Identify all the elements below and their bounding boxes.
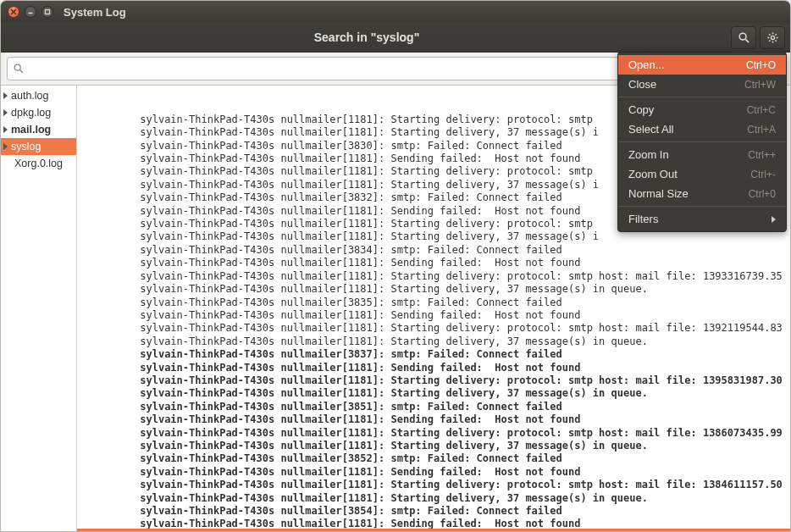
log-line: sylvain-ThinkPad-T430s nullmailer[1181]:… (79, 322, 788, 335)
log-line: sylvain-ThinkPad-T430s nullmailer[1181]:… (79, 362, 788, 374)
menu-item-copy[interactable]: CopyCtrl+C (618, 100, 786, 119)
gear-icon (766, 31, 779, 44)
sidebar-item-label: mail.log (11, 124, 51, 136)
log-line: sylvain-ThinkPad-T430s nullmailer[1181]:… (79, 283, 788, 296)
menu-separator (618, 206, 786, 207)
maximize-icon (44, 8, 51, 15)
sidebar-item-dpkg-log[interactable]: dpkg.log (1, 104, 76, 121)
menu-item-label: Select All (628, 123, 673, 136)
menu-item-accelerator: Ctrl+C (747, 104, 776, 116)
log-line: sylvain-ThinkPad-T430s nullmailer[1181]:… (79, 335, 788, 348)
menu-item-accelerator: Ctrl+O (746, 59, 776, 71)
expand-icon (3, 143, 8, 150)
sidebar-item-Xorg-0-log[interactable]: Xorg.0.log (1, 155, 76, 172)
minimize-window-button[interactable] (25, 6, 36, 18)
svg-line-11 (769, 40, 770, 41)
log-file-sidebar: auth.logdpkg.logmail.logsyslogXorg.0.log (1, 86, 77, 531)
svg-rect-0 (46, 10, 50, 14)
menu-item-close[interactable]: CloseCtrl+W (618, 75, 786, 94)
search-button[interactable] (731, 26, 756, 49)
menu-item-zoom-in[interactable]: Zoom InCtrl++ (618, 145, 786, 164)
menu-item-open[interactable]: Open...Ctrl+O (618, 55, 786, 75)
titlebar: System Log (1, 1, 790, 23)
sidebar-item-auth-log[interactable]: auth.log (1, 87, 76, 104)
menu-separator (618, 141, 786, 142)
expand-icon (3, 109, 8, 116)
menu-item-filters[interactable]: Filters (618, 209, 786, 229)
sidebar-item-label: auth.log (11, 90, 48, 102)
log-line: sylvain-ThinkPad-T430s nullmailer[3854]:… (79, 505, 788, 518)
minimize-icon (27, 8, 34, 15)
toolbar: Search in "syslog" (1, 23, 790, 53)
settings-button[interactable] (760, 26, 785, 49)
sidebar-item-label: syslog (11, 141, 41, 152)
svg-line-13 (20, 70, 23, 73)
log-line: sylvain-ThinkPad-T430s nullmailer[3835]:… (79, 296, 788, 309)
submenu-arrow-icon (772, 216, 776, 223)
window-controls (8, 6, 53, 18)
expand-icon (3, 126, 8, 133)
menu-item-accelerator: Ctrl+W (744, 79, 776, 91)
svg-line-2 (745, 39, 749, 42)
close-icon (10, 8, 17, 15)
menu-item-accelerator: Ctrl+A (747, 124, 776, 136)
log-line: sylvain-ThinkPad-T430s nullmailer[1181]:… (79, 479, 788, 491)
log-line: sylvain-ThinkPad-T430s nullmailer[1181]:… (79, 257, 788, 269)
svg-line-10 (775, 34, 776, 35)
menu-item-normal-size[interactable]: Normal SizeCtrl+0 (618, 184, 786, 203)
sidebar-item-label: dpkg.log (11, 107, 51, 119)
log-line: sylvain-ThinkPad-T430s nullmailer[3834]:… (79, 244, 788, 257)
toolbar-title: Search in "syslog" (6, 30, 727, 44)
svg-line-8 (769, 34, 770, 35)
log-line: sylvain-ThinkPad-T430s nullmailer[1181]:… (79, 230, 788, 243)
app-window: System Log Search in "syslog" auth.logdp… (0, 0, 791, 532)
search-icon (13, 63, 25, 75)
svg-point-3 (771, 36, 774, 39)
selection-indicator-bar (77, 529, 790, 531)
menu-item-label: Zoom In (628, 148, 669, 161)
menu-item-zoom-out[interactable]: Zoom OutCtrl+- (618, 164, 786, 184)
menu-item-select-all[interactable]: Select AllCtrl+A (618, 119, 786, 139)
menu-item-accelerator: Ctrl+0 (749, 188, 776, 200)
log-line: sylvain-ThinkPad-T430s nullmailer[1181]:… (79, 270, 788, 283)
menu-item-label: Copy (628, 103, 654, 116)
sidebar-item-mail-log[interactable]: mail.log (1, 121, 76, 138)
maximize-window-button[interactable] (41, 6, 53, 18)
log-line: sylvain-ThinkPad-T430s nullmailer[1181]:… (79, 466, 788, 479)
svg-point-1 (739, 33, 746, 40)
menu-item-label: Open... (628, 58, 665, 71)
menu-separator (618, 97, 786, 97)
menu-item-label: Normal Size (628, 187, 689, 200)
settings-menu: Open...Ctrl+OCloseCtrl+WCopyCtrl+CSelect… (617, 52, 787, 232)
log-line: sylvain-ThinkPad-T430s nullmailer[3852]:… (79, 452, 788, 465)
window-title: System Log (64, 6, 126, 19)
menu-item-label: Filters (628, 213, 658, 225)
log-line: sylvain-ThinkPad-T430s nullmailer[1181]:… (79, 440, 788, 452)
log-line: sylvain-ThinkPad-T430s nullmailer[1181]:… (79, 387, 788, 400)
expand-icon (3, 92, 8, 99)
close-window-button[interactable] (8, 6, 19, 18)
sidebar-item-syslog[interactable]: syslog (1, 138, 76, 155)
log-line: sylvain-ThinkPad-T430s nullmailer[3851]:… (79, 401, 788, 413)
menu-item-label: Zoom Out (628, 168, 678, 180)
menu-item-accelerator: Ctrl++ (748, 149, 776, 161)
log-line: sylvain-ThinkPad-T430s nullmailer[3837]:… (79, 348, 788, 361)
menu-item-label: Close (628, 78, 656, 91)
search-icon (738, 31, 750, 44)
menu-item-accelerator: Ctrl+- (750, 169, 776, 180)
log-line: sylvain-ThinkPad-T430s nullmailer[1181]:… (79, 427, 788, 440)
log-line: sylvain-ThinkPad-T430s nullmailer[1181]:… (79, 309, 788, 322)
sidebar-item-label: Xorg.0.log (14, 158, 63, 169)
log-line: sylvain-ThinkPad-T430s nullmailer[1181]:… (79, 413, 788, 426)
log-line: sylvain-ThinkPad-T430s nullmailer[1181]:… (79, 374, 788, 387)
log-line: sylvain-ThinkPad-T430s nullmailer[1181]:… (79, 492, 788, 505)
svg-line-9 (775, 40, 776, 41)
svg-point-12 (14, 64, 20, 70)
